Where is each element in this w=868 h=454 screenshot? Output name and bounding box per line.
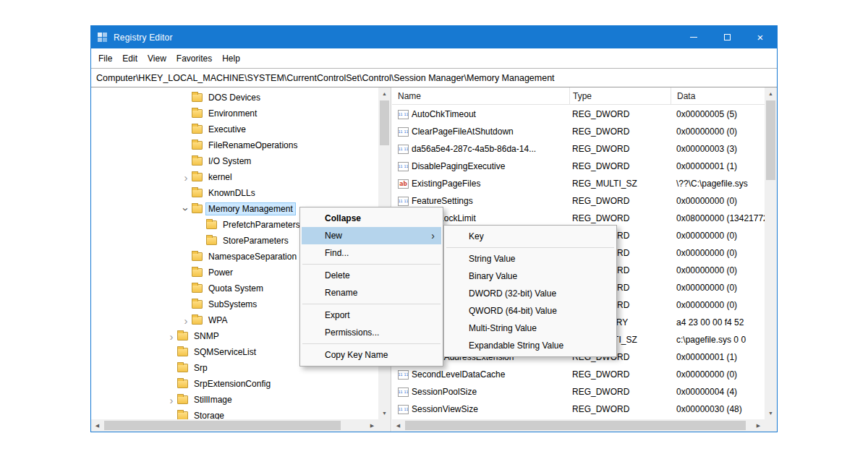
tree-item-filerenameoperations[interactable]: FileRenameOperations: [91, 137, 378, 153]
maximize-icon: [724, 34, 731, 40]
column-header-data[interactable]: Data: [671, 87, 765, 104]
window-title: Registry Editor: [114, 33, 173, 43]
address-bar[interactable]: Computer\HKEY_LOCAL_MACHINE\SYSTEM\Curre…: [91, 68, 777, 87]
menu-item-collapse[interactable]: Collapse: [302, 210, 441, 227]
menu-item-permissions[interactable]: Permissions...: [302, 324, 441, 341]
folder-icon: [177, 380, 188, 388]
folder-icon: [192, 125, 203, 134]
list-vertical-scrollbar[interactable]: ▲ ▼: [765, 87, 777, 419]
menu-view[interactable]: View: [142, 51, 171, 67]
menu-item-key[interactable]: Key: [446, 228, 615, 245]
tree-item-dos-devices[interactable]: DOS Devices: [91, 90, 378, 106]
minimize-button[interactable]: [677, 26, 710, 48]
scrollbar-thumb[interactable]: [380, 100, 389, 145]
scrollbar-thumb[interactable]: [766, 100, 775, 180]
expand-arrow-icon[interactable]: ›: [180, 172, 192, 183]
tree-item-storage[interactable]: Storage: [91, 408, 378, 419]
dword-icon: 011 110: [398, 370, 409, 380]
menu-item-label: Export: [325, 310, 350, 320]
menu-file[interactable]: File: [93, 51, 117, 67]
tree-indent: [91, 416, 166, 416]
scrollbar-thumb[interactable]: [104, 421, 341, 430]
menu-item-new[interactable]: New›: [302, 227, 441, 244]
value-data: 0x00000000 (0): [671, 248, 765, 258]
scroll-right-icon[interactable]: ▶: [752, 419, 765, 432]
tree-indent: [91, 225, 195, 226]
scroll-left-icon[interactable]: ◀: [91, 419, 103, 432]
tree-item-label: KnownDLLs: [206, 187, 258, 199]
table-row[interactable]: 011 110FeatureSettingsREG_DWORD0x0000000…: [392, 192, 765, 210]
tree-indent: [91, 241, 195, 241]
menu-item-copy-key-name[interactable]: Copy Key Name: [302, 346, 441, 364]
expand-arrow-icon[interactable]: ›: [166, 331, 177, 342]
collapse-arrow-icon[interactable]: ›: [181, 203, 192, 215]
tree-item-label: Storage: [192, 410, 226, 419]
menu-item-qword-value[interactable]: QWORD (64-bit) Value: [446, 302, 615, 320]
tree-indent: [91, 161, 180, 162]
menu-item-dword-value[interactable]: DWORD (32-bit) Value: [446, 285, 615, 302]
value-name: da56a5e4-287c-4a5b-86da-14...: [412, 144, 569, 154]
tree-indent: [91, 400, 166, 401]
table-row[interactable]: 011 110DisablePagingExecutiveREG_DWORD0x…: [392, 158, 765, 175]
tree-horizontal-scrollbar[interactable]: ◀ ▶: [91, 419, 378, 432]
menu-item-find[interactable]: Find...: [302, 244, 441, 262]
value-data: 0x00000004 (4): [671, 387, 765, 397]
registry-editor-window: Registry Editor × File Edit View Favorit…: [90, 25, 778, 432]
tree-item-executive[interactable]: Executive: [91, 121, 378, 137]
minimize-icon: [690, 37, 697, 38]
menu-item-expandable-string-value[interactable]: Expandable String Value: [446, 337, 615, 354]
tree-item-label: kernel: [206, 171, 234, 183]
tree-indent: [91, 273, 180, 273]
value-data: 0x00000000 (0): [671, 283, 765, 293]
expand-arrow-icon[interactable]: ›: [166, 395, 177, 406]
menu-item-export[interactable]: Export: [302, 307, 441, 324]
menu-item-multi-string-value[interactable]: Multi-String Value: [446, 320, 615, 337]
table-row[interactable]: 011 110SecondLevelDataCacheREG_DWORD0x00…: [392, 366, 765, 383]
menu-edit[interactable]: Edit: [117, 51, 142, 67]
scroll-up-icon[interactable]: ▲: [765, 87, 777, 100]
column-header-name[interactable]: Name: [392, 87, 569, 104]
tree-item-srpextensionconfig[interactable]: SrpExtensionConfig: [91, 376, 378, 392]
expand-arrow-icon[interactable]: ›: [180, 315, 192, 326]
scroll-down-icon[interactable]: ▼: [765, 407, 777, 419]
tree-item-stillimage[interactable]: ›StillImage: [91, 392, 378, 408]
scroll-up-icon[interactable]: ▲: [378, 87, 391, 100]
menu-item-label: Binary Value: [469, 271, 517, 281]
folder-icon: [192, 109, 203, 118]
tree-item-environment[interactable]: Environment: [91, 106, 378, 121]
tree-item-kernel[interactable]: ›kernel: [91, 169, 378, 185]
scroll-down-icon[interactable]: ▼: [378, 407, 391, 419]
value-name: AutoChkTimeout: [412, 109, 569, 119]
value-data: 0x00000005 (5): [671, 109, 765, 119]
menu-item-rename[interactable]: Rename: [302, 284, 441, 301]
menu-item-label: Multi-String Value: [469, 323, 537, 333]
dword-icon: 011 110: [398, 110, 409, 119]
menu-item-binary-value[interactable]: Binary Value: [446, 267, 615, 285]
value-type: REG_DWORD: [569, 109, 671, 119]
table-row[interactable]: 011 110SessionPoolSizeREG_DWORD0x0000000…: [392, 383, 765, 401]
table-row[interactable]: 011 110AutoChkTimeoutREG_DWORD0x00000005…: [392, 106, 765, 123]
maximize-button[interactable]: [710, 26, 744, 48]
scrollbar-thumb[interactable]: [405, 421, 746, 430]
table-row[interactable]: 011 110SessionViewSizeREG_DWORD0x0000003…: [392, 401, 765, 418]
table-row[interactable]: 011 110da56a5e4-287c-4a5b-86da-14...REG_…: [392, 140, 765, 158]
scroll-right-icon[interactable]: ▶: [366, 419, 378, 432]
menu-item-delete[interactable]: Delete: [302, 267, 441, 284]
folder-icon: [192, 173, 203, 181]
menu-item-string-value[interactable]: String Value: [446, 250, 615, 267]
value-name: SessionViewSize: [412, 404, 569, 414]
context-menu: Collapse New› Find... Delete Rename Expo…: [299, 207, 443, 367]
table-row[interactable]: abExistingPageFilesREG_MULTI_SZ\??\C:\pa…: [392, 175, 765, 192]
column-header-type[interactable]: Type: [569, 87, 671, 104]
folder-icon: [192, 141, 203, 150]
table-row[interactable]: 011 110ClearPageFileAtShutdownREG_DWORD0…: [392, 123, 765, 140]
tree-item-i-o-system[interactable]: I/O System: [91, 153, 378, 169]
tree-item-knowndlls[interactable]: KnownDLLs: [91, 185, 378, 201]
titlebar[interactable]: Registry Editor ×: [91, 26, 777, 48]
tree-item-label: Power: [206, 267, 235, 278]
menu-favorites[interactable]: Favorites: [171, 51, 217, 67]
menu-help[interactable]: Help: [217, 51, 245, 67]
scroll-left-icon[interactable]: ◀: [392, 419, 404, 432]
list-horizontal-scrollbar[interactable]: ◀ ▶: [392, 419, 765, 432]
close-button[interactable]: ×: [744, 26, 777, 48]
